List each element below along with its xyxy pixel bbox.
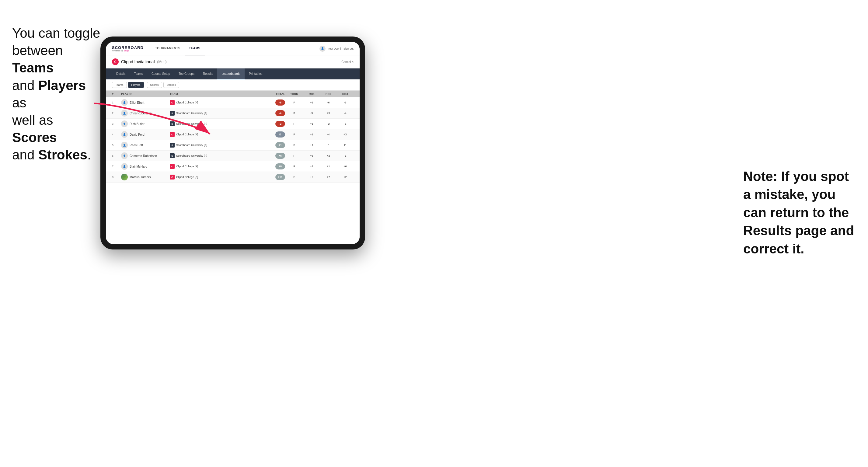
- score-badge: +8: [275, 163, 285, 169]
- col-header-pos: #: [112, 92, 121, 96]
- team-logo: S: [170, 111, 175, 116]
- table-row: 4 👤 David Ford C Clippd College [A] E F …: [106, 129, 360, 140]
- player-name: Chris Robertson: [130, 112, 152, 115]
- main-nav: TOURNAMENTS TEAMS: [151, 42, 319, 55]
- cell-pos: 3: [112, 122, 121, 125]
- table-row: 2 👤 Chris Robertson S Scoreboard Univers…: [106, 108, 360, 119]
- cell-player: 👤 Cameron Robertson: [121, 152, 170, 159]
- cell-rd1: +1: [303, 144, 320, 147]
- player-avatar: 🌿: [121, 174, 128, 180]
- player-name: David Ford: [130, 133, 145, 136]
- cell-pos: 7: [112, 165, 121, 168]
- col-header-thru: THRU: [285, 92, 303, 96]
- cell-pos: 6: [112, 154, 121, 157]
- cell-rd3: +6: [337, 165, 353, 168]
- cell-pos: 1: [112, 101, 121, 104]
- toggle-players[interactable]: Players: [128, 82, 144, 88]
- cell-pos: 4: [112, 133, 121, 136]
- cell-thru: F: [285, 112, 303, 115]
- score-badge: +6: [275, 153, 285, 159]
- cell-player: 🌿 Marcus Turners: [121, 174, 170, 180]
- score-badge: -2: [275, 121, 285, 127]
- logo-brand: clippd: [124, 50, 129, 52]
- user-label: Test User |: [328, 47, 341, 50]
- cancel-button[interactable]: Cancel ×: [341, 60, 353, 64]
- toggle-strokes[interactable]: Strokes: [163, 82, 180, 88]
- cell-rd2: +7: [320, 176, 337, 179]
- table-row: 7 👤 Blair McHarg C Clippd College [A] +8…: [106, 161, 360, 172]
- cell-thru: F: [285, 101, 303, 104]
- tab-course-setup[interactable]: Course Setup: [147, 68, 174, 80]
- cell-pos: 8: [112, 176, 121, 179]
- tablet-frame: SCOREBOARD Powered by clippd TOURNAMENTS…: [100, 36, 365, 249]
- table-body: 1 👤 Elliot Ebert C Clippd College [A] -8…: [106, 97, 360, 183]
- cell-team: C Clippd College [A]: [170, 164, 261, 169]
- cell-total: +1: [261, 142, 285, 148]
- cell-team: C Clippd College [A]: [170, 100, 261, 105]
- score-badge: -8: [275, 99, 285, 105]
- tournament-header: C Clippd Invitational (Men) Cancel ×: [106, 55, 360, 68]
- player-avatar: 👤: [121, 163, 128, 170]
- cell-team: S Scoreboard University [A]: [170, 111, 261, 116]
- cell-player: 👤 Rich Butler: [121, 121, 170, 127]
- tab-teams[interactable]: Teams: [130, 68, 147, 80]
- team-name: Scoreboard University [A]: [176, 122, 207, 125]
- team-logo: S: [170, 153, 175, 158]
- toggle-teams[interactable]: Teams: [112, 82, 127, 88]
- cell-player: 👤 Rees Britt: [121, 142, 170, 149]
- cell-player: 👤 Elliot Ebert: [121, 99, 170, 106]
- cell-rd1: +2: [303, 176, 320, 179]
- cell-rd3: E: [337, 144, 353, 147]
- score-badge: -4: [275, 110, 285, 116]
- nav-tournaments[interactable]: TOURNAMENTS: [151, 42, 185, 55]
- cell-total: +11: [261, 174, 285, 180]
- table-row: 1 👤 Elliot Ebert C Clippd College [A] -8…: [106, 97, 360, 108]
- team-name: Clippd College [A]: [176, 165, 198, 168]
- table-row: 6 👤 Cameron Robertson S Scoreboard Unive…: [106, 151, 360, 161]
- cell-rd3: +2: [337, 176, 353, 179]
- team-name: Scoreboard University [A]: [176, 112, 207, 115]
- cell-rd1: +1: [303, 122, 320, 125]
- cell-rd3: -1: [337, 154, 353, 157]
- cell-rd2: -2: [320, 122, 337, 125]
- table-row: 5 👤 Rees Britt S Scoreboard University […: [106, 140, 360, 151]
- col-header-rd1: RD1: [303, 92, 320, 96]
- cell-rd1: -5: [303, 112, 320, 115]
- app-logo: SCOREBOARD Powered by clippd: [112, 45, 144, 52]
- team-name: Clippd College [A]: [176, 176, 198, 179]
- cell-thru: F: [285, 133, 303, 136]
- cell-player: 👤 David Ford: [121, 131, 170, 138]
- team-logo: S: [170, 121, 175, 126]
- player-avatar: 👤: [121, 142, 128, 149]
- sub-nav: Details Teams Course Setup Tee Groups Re…: [106, 68, 360, 80]
- nav-teams[interactable]: TEAMS: [185, 42, 205, 55]
- table-row: 8 🌿 Marcus Turners C Clippd College [A] …: [106, 172, 360, 183]
- cell-rd2: +5: [320, 112, 337, 115]
- cell-total: -4: [261, 110, 285, 116]
- player-name: Cameron Robertson: [130, 154, 157, 158]
- cell-thru: F: [285, 176, 303, 179]
- cell-team: S Scoreboard University [A]: [170, 153, 261, 158]
- cell-pos: 5: [112, 144, 121, 147]
- player-name: Rich Butler: [130, 122, 145, 126]
- team-name: Scoreboard University [A]: [176, 154, 207, 157]
- toggle-scores[interactable]: Scores: [147, 82, 162, 88]
- player-avatar: 👤: [121, 152, 128, 159]
- tab-results[interactable]: Results: [199, 68, 217, 80]
- cell-rd3: -5: [337, 101, 353, 104]
- tab-details[interactable]: Details: [112, 68, 130, 80]
- cell-rd3: +3: [337, 133, 353, 136]
- left-annotation: You can toggle between Teams and Players…: [12, 24, 100, 164]
- col-header-player: PLAYER: [121, 92, 170, 96]
- tab-leaderboards[interactable]: Leaderboards: [217, 68, 245, 80]
- tab-tee-groups[interactable]: Tee Groups: [174, 68, 199, 80]
- right-annotation: Note: If you spot a mistake, you can ret…: [743, 167, 859, 258]
- cell-rd3: -4: [337, 112, 353, 115]
- cell-rd1: +5: [303, 154, 320, 157]
- sign-out-link[interactable]: Sign out: [343, 47, 353, 50]
- tab-printables[interactable]: Printables: [245, 68, 267, 80]
- team-logo: S: [170, 143, 175, 148]
- team-logo: C: [170, 100, 175, 105]
- cell-team: S Scoreboard University [A]: [170, 121, 261, 126]
- score-badge: +1: [275, 142, 285, 148]
